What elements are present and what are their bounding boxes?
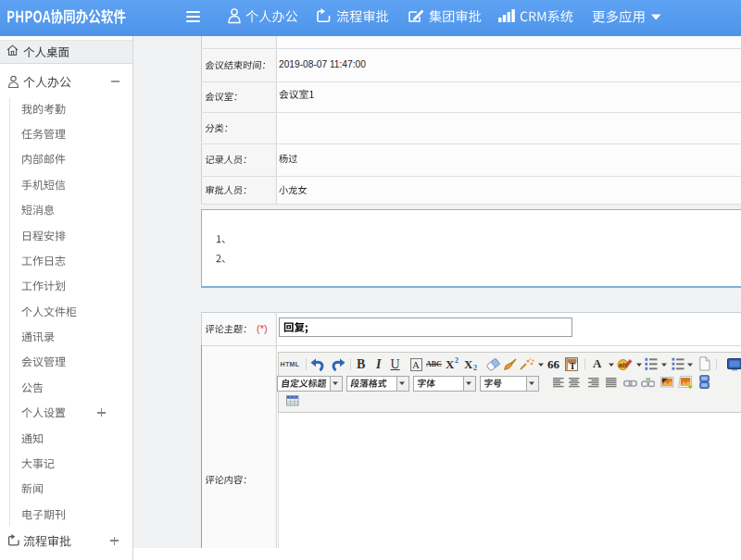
svg-text:T: T — [570, 361, 576, 371]
